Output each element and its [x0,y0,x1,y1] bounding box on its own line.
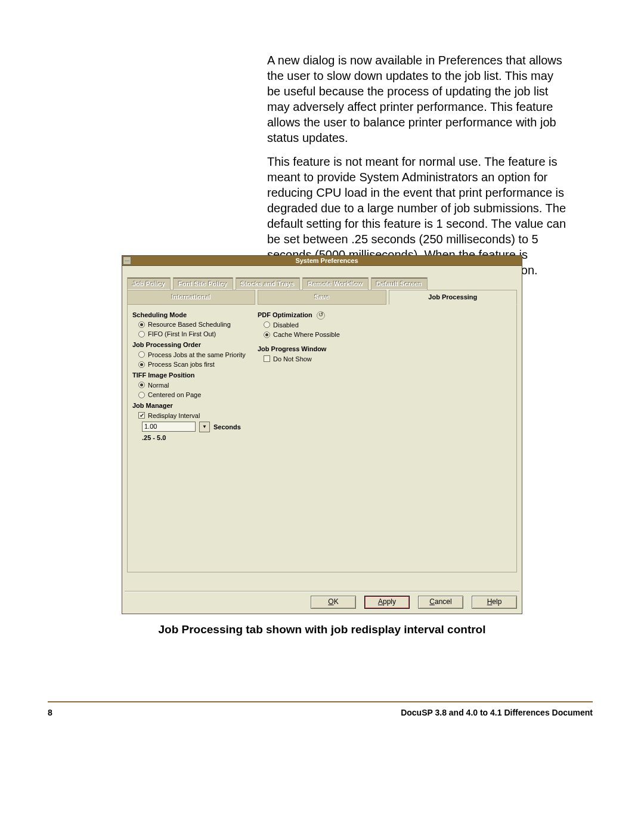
job-manager-title: Job Manager [132,401,258,410]
radio-icon [138,331,145,337]
page-number: 8 [48,707,52,718]
redisplay-interval-range: .25 - 5.0 [142,433,258,442]
dialog-separator [125,591,519,592]
figure-caption: Job Processing tab shown with job redisp… [0,623,644,637]
check-do-not-show[interactable]: Do Not Show [264,355,389,363]
tab-font-site-policy[interactable]: Font Site Policy [173,277,233,290]
body-text: A new dialog is now available in Prefere… [267,52,568,278]
help-button[interactable]: Help [472,596,517,609]
radio-label: Normal [148,381,169,389]
redisplay-interval-field[interactable]: 1.00 [142,422,196,432]
footer-rule [48,701,593,702]
document-title: DocuSP 3.8 and 4.0 to 4.1 Differences Do… [401,707,593,718]
checkbox-icon: ✔ [138,412,145,419]
dialog-buttons: OK Apply Cancel Help [311,596,517,609]
radio-pdf-disabled[interactable]: Disabled [264,321,389,329]
checkbox-icon [264,355,270,362]
tab-default-screen[interactable]: Default Screen [371,277,428,290]
tabs-row-secondary: International Save Job Processing [127,290,517,304]
ok-button[interactable]: OK [311,596,356,609]
radio-icon [138,351,145,358]
radio-icon [138,392,145,398]
job-processing-pane: Scheduling Mode Resource Based Schedulin… [127,305,517,572]
scheduling-mode-title: Scheduling Mode [132,311,258,319]
radio-label: Cache Where Possible [273,330,340,339]
job-progress-window-title: Job Progress Window [258,345,389,353]
subtab-save[interactable]: Save [258,290,386,304]
radio-tiff-normal[interactable]: Normal [138,381,258,389]
spinner-dropdown-icon[interactable]: ▼ [199,422,210,432]
radio-pdf-cache[interactable]: Cache Where Possible [264,330,389,339]
subtab-job-processing[interactable]: Job Processing [389,290,517,304]
check-label: Redisplay Interval [148,411,200,420]
page-footer: 8 DocuSP 3.8 and 4.0 to 4.1 Differences … [48,707,593,718]
tab-stocks-and-trays[interactable]: Stocks and Trays [236,277,301,290]
radio-icon [138,361,145,368]
paragraph-1: A new dialog is now available in Prefere… [267,52,568,145]
system-preferences-dialog: — System Preferences Job Policy Font Sit… [122,255,522,614]
radio-label: Process Jobs at the same Priority [148,351,246,359]
pdf-optimization-label: PDF Optimization [258,311,312,318]
subtab-international[interactable]: International [127,290,255,304]
tab-job-policy[interactable]: Job Policy [127,277,171,290]
pdf-optimization-title: PDF Optimization [258,311,389,320]
radio-fifo[interactable]: FIFO (First In First Out) [138,330,258,338]
radio-resource-based-scheduling[interactable]: Resource Based Scheduling [138,320,258,329]
radio-icon [138,382,145,388]
radio-icon [264,321,270,328]
radio-label: Centered on Page [148,391,201,399]
radio-label: Disabled [273,321,299,329]
tiff-image-position-title: TIFF Image Position [132,371,258,379]
dialog-title: System Preferences [132,256,522,265]
job-processing-order-title: Job Processing Order [132,340,258,349]
tab-remote-workflow[interactable]: Remote Workflow [302,277,369,290]
check-label: Do Not Show [273,355,312,363]
redisplay-interval-unit: Seconds [213,423,241,431]
radio-label: FIFO (First In First Out) [148,330,216,338]
window-menu-icon[interactable]: — [123,256,131,265]
radio-icon [264,332,270,338]
cancel-button[interactable]: Cancel [418,596,463,609]
apply-button[interactable]: Apply [364,596,410,609]
radio-scan-first[interactable]: Process Scan jobs first [138,360,258,368]
tabs-row-primary: Job Policy Font Site Policy Stocks and T… [127,277,517,290]
radio-label: Process Scan jobs first [148,360,215,368]
radio-same-priority[interactable]: Process Jobs at the same Priority [138,351,258,359]
reset-icon[interactable] [317,311,325,320]
radio-icon [138,321,145,328]
radio-label: Resource Based Scheduling [148,320,231,329]
radio-tiff-centered[interactable]: Centered on Page [138,391,258,399]
dialog-titlebar: — System Preferences [122,256,522,266]
check-redisplay-interval[interactable]: ✔ Redisplay Interval [138,411,258,420]
